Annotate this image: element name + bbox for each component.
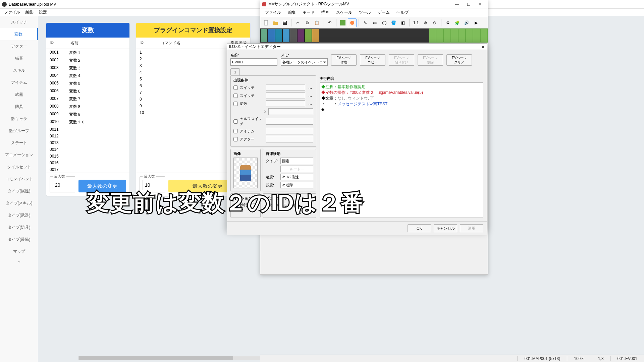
open-icon[interactable] — [271, 18, 280, 27]
zoomout-icon[interactable]: ⊖ — [430, 18, 439, 27]
list-item[interactable]: 0009変数９ — [46, 111, 129, 118]
rm-tool[interactable]: ツール — [356, 10, 374, 15]
zoom11-icon[interactable]: 1:1 — [412, 18, 420, 27]
auto-route-btn[interactable]: ルート... — [280, 166, 313, 172]
new-icon[interactable] — [262, 18, 270, 27]
page-copy-btn[interactable]: EVページコピー — [360, 54, 385, 66]
y-col-id[interactable]: ID — [140, 40, 156, 46]
rm-help[interactable]: ヘルプ — [393, 10, 412, 15]
menu-file[interactable]: ファイル — [1, 9, 23, 15]
copy-icon[interactable]: ⧉ — [303, 18, 312, 27]
sidebar-item-17[interactable]: タイプ(防具) — [0, 221, 38, 233]
rm-edit[interactable]: 編集 — [284, 10, 299, 15]
play-icon[interactable]: ▶ — [472, 18, 480, 27]
cut-icon[interactable]: ✂ — [293, 18, 302, 27]
max-icon[interactable]: ☐ — [463, 2, 474, 7]
undo-icon[interactable]: ↶ — [325, 18, 334, 27]
sidebar-item-8[interactable]: 敵キャラ — [0, 113, 38, 125]
ellipse-icon[interactable]: ◯ — [380, 18, 388, 27]
sidebar-item-11[interactable]: アニメーション — [0, 149, 38, 161]
cond-item-sel[interactable] — [266, 128, 313, 134]
blue-max-input[interactable] — [53, 180, 72, 190]
cond-actor-sel[interactable] — [266, 136, 313, 142]
database-icon[interactable]: ⚙ — [443, 18, 452, 27]
sidebar-item-18[interactable]: タイプ(装備) — [0, 233, 38, 245]
close-icon[interactable]: ✕ — [474, 2, 486, 7]
page-delete-btn[interactable]: EVページ削除 — [418, 54, 443, 66]
apply-button[interactable]: 適用 — [460, 224, 483, 232]
sidebar-item-9[interactable]: 敵グループ — [0, 125, 38, 137]
list-item[interactable]: 0015 — [46, 153, 129, 160]
menu-edit[interactable]: 編集 — [23, 9, 36, 15]
zoomin-icon[interactable]: ⊕ — [421, 18, 430, 27]
chevron-down-icon[interactable]: ⌄ — [0, 257, 38, 265]
list-item[interactable]: 0007変数７ — [46, 95, 129, 103]
min-icon[interactable]: — — [451, 2, 463, 7]
map-icon[interactable] — [338, 18, 347, 27]
list-item[interactable]: 0014 — [46, 146, 129, 153]
event-icon[interactable] — [348, 18, 357, 27]
ok-button[interactable]: OK — [408, 224, 431, 232]
auto-type-sel[interactable]: 固定 — [280, 158, 313, 164]
sidebar-item-2[interactable]: アクター — [0, 40, 38, 52]
cond-self-cb[interactable] — [233, 119, 238, 124]
sidebar-item-13[interactable]: コモンイベント — [0, 173, 38, 185]
map-grid[interactable] — [429, 28, 488, 43]
list-item[interactable]: 0002変数２ — [46, 57, 129, 64]
rm-game[interactable]: ゲーム — [374, 10, 393, 15]
paste-icon[interactable]: 📋 — [312, 18, 321, 27]
list-item[interactable]: 0005変数５ — [46, 80, 129, 87]
plugin-icon[interactable]: 🧩 — [453, 18, 462, 27]
ev-memo-input[interactable] — [281, 58, 328, 66]
cond-switch2-cb[interactable] — [233, 94, 238, 98]
rm-draw[interactable]: 描画 — [318, 10, 333, 15]
list-item[interactable]: 0004変数４ — [46, 72, 129, 80]
cond-self-sel[interactable] — [266, 118, 313, 125]
list-item[interactable]: 0006変数６ — [46, 87, 129, 95]
sound-icon[interactable]: 🔊 — [462, 18, 471, 27]
cond-actor-cb[interactable] — [233, 137, 238, 141]
fill-icon[interactable]: 🪣 — [389, 18, 398, 27]
cond-switch1-sel[interactable] — [266, 84, 305, 91]
list-item[interactable]: 0011 — [46, 126, 129, 133]
list-item[interactable]: 0012 — [46, 133, 129, 139]
shadow-icon[interactable]: ◧ — [398, 18, 407, 27]
page-create-btn[interactable]: EVページ作成 — [331, 54, 357, 66]
sidebar-item-6[interactable]: 武器 — [0, 88, 38, 101]
pencil-icon[interactable]: ✎ — [361, 18, 370, 27]
sidebar-item-15[interactable]: タイプ(スキル) — [0, 197, 38, 209]
ev-title-bar[interactable]: ID:001 - イベントエディター ✕ — [227, 44, 487, 50]
col-id[interactable]: ID — [50, 40, 66, 46]
sidebar-item-16[interactable]: タイプ(武器) — [0, 209, 38, 221]
rm-file[interactable]: ファイル — [262, 10, 284, 15]
blue-list[interactable]: 0001変数１0002変数２0003変数３0004変数４0005変数５0006変… — [46, 49, 129, 173]
sidebar-item-3[interactable]: 職業 — [0, 52, 38, 64]
cancel-button[interactable]: キャンセル — [434, 224, 457, 232]
cond-item-cb[interactable] — [233, 129, 238, 133]
tile-palette[interactable] — [260, 28, 319, 43]
ev-tab-1[interactable]: 1 — [230, 68, 240, 75]
sidebar-item-1[interactable]: 変数 — [0, 28, 38, 40]
y-col-cmd[interactable]: コマンド名 — [160, 40, 227, 46]
page-paste-btn[interactable]: EVページ貼り付け — [389, 54, 414, 66]
cond-var-cb[interactable] — [233, 102, 238, 106]
sidebar-item-7[interactable]: 防具 — [0, 101, 38, 113]
list-item[interactable]: 0013 — [46, 139, 129, 146]
sidebar-item-4[interactable]: スキル — [0, 64, 38, 76]
list-item[interactable]: 0003変数３ — [46, 64, 129, 72]
save-icon[interactable] — [280, 18, 289, 27]
sidebar-item-19[interactable]: マップ — [0, 245, 38, 257]
rm-mode[interactable]: モード — [299, 10, 318, 15]
cond-var-val[interactable] — [268, 108, 313, 115]
auto-speed-sel[interactable]: 3: 1/2倍速 — [280, 174, 313, 180]
rect-icon[interactable]: ▭ — [370, 18, 379, 27]
rm-scale[interactable]: スケール — [333, 10, 356, 15]
cond-switch2-sel[interactable] — [266, 92, 305, 99]
col-name[interactable]: 名前 — [70, 40, 78, 46]
ev-close-icon[interactable]: ✕ — [481, 45, 485, 49]
auto-freq-sel[interactable]: 3: 標準 — [280, 182, 313, 188]
list-item[interactable]: 0016 — [46, 160, 129, 166]
menu-settings[interactable]: 設定 — [36, 9, 50, 15]
cond-switch1-cb[interactable] — [233, 85, 238, 90]
list-item[interactable]: 0001変数１ — [46, 49, 129, 57]
